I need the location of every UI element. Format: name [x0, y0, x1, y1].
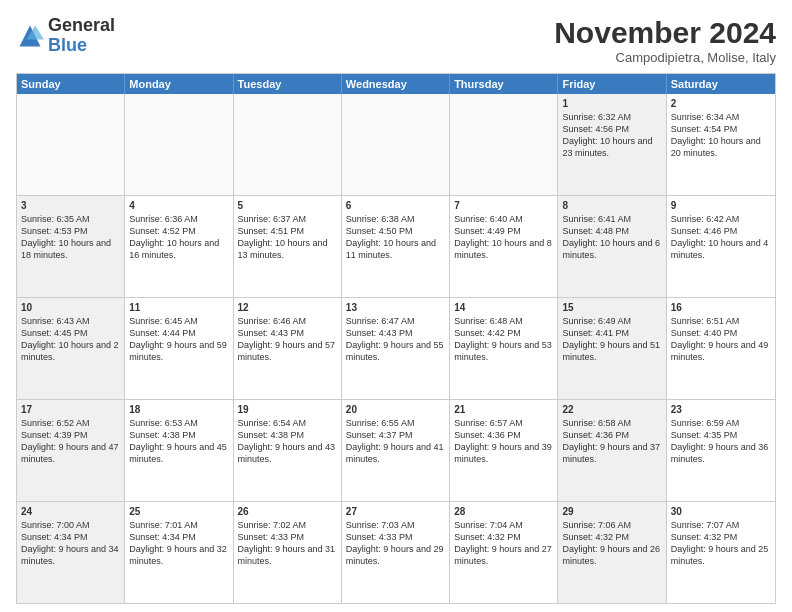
cell-info: Sunrise: 7:07 AM Sunset: 4:32 PM Dayligh…	[671, 519, 771, 568]
day-number: 3	[21, 199, 120, 212]
day-number: 1	[562, 97, 661, 110]
calendar-cell: 11Sunrise: 6:45 AM Sunset: 4:44 PM Dayli…	[125, 298, 233, 399]
cell-info: Sunrise: 6:57 AM Sunset: 4:36 PM Dayligh…	[454, 417, 553, 466]
calendar-cell: 12Sunrise: 6:46 AM Sunset: 4:43 PM Dayli…	[234, 298, 342, 399]
day-number: 27	[346, 505, 445, 518]
header-cell-thursday: Thursday	[450, 74, 558, 94]
day-number: 9	[671, 199, 771, 212]
day-number: 12	[238, 301, 337, 314]
cell-info: Sunrise: 6:48 AM Sunset: 4:42 PM Dayligh…	[454, 315, 553, 364]
logo: General Blue	[16, 16, 115, 56]
calendar-cell: 4Sunrise: 6:36 AM Sunset: 4:52 PM Daylig…	[125, 196, 233, 297]
cell-info: Sunrise: 7:03 AM Sunset: 4:33 PM Dayligh…	[346, 519, 445, 568]
calendar-cell: 30Sunrise: 7:07 AM Sunset: 4:32 PM Dayli…	[667, 502, 775, 603]
cell-info: Sunrise: 6:59 AM Sunset: 4:35 PM Dayligh…	[671, 417, 771, 466]
calendar-cell	[450, 94, 558, 195]
cell-info: Sunrise: 6:35 AM Sunset: 4:53 PM Dayligh…	[21, 213, 120, 262]
calendar-row: 3Sunrise: 6:35 AM Sunset: 4:53 PM Daylig…	[17, 195, 775, 297]
header-cell-saturday: Saturday	[667, 74, 775, 94]
day-number: 4	[129, 199, 228, 212]
calendar: SundayMondayTuesdayWednesdayThursdayFrid…	[16, 73, 776, 604]
header-cell-sunday: Sunday	[17, 74, 125, 94]
cell-info: Sunrise: 6:49 AM Sunset: 4:41 PM Dayligh…	[562, 315, 661, 364]
day-number: 21	[454, 403, 553, 416]
day-number: 17	[21, 403, 120, 416]
calendar-row: 1Sunrise: 6:32 AM Sunset: 4:56 PM Daylig…	[17, 94, 775, 195]
day-number: 8	[562, 199, 661, 212]
cell-info: Sunrise: 6:45 AM Sunset: 4:44 PM Dayligh…	[129, 315, 228, 364]
logo-general: General	[48, 15, 115, 35]
header-cell-wednesday: Wednesday	[342, 74, 450, 94]
day-number: 20	[346, 403, 445, 416]
cell-info: Sunrise: 7:01 AM Sunset: 4:34 PM Dayligh…	[129, 519, 228, 568]
calendar-cell: 20Sunrise: 6:55 AM Sunset: 4:37 PM Dayli…	[342, 400, 450, 501]
day-number: 16	[671, 301, 771, 314]
cell-info: Sunrise: 6:40 AM Sunset: 4:49 PM Dayligh…	[454, 213, 553, 262]
day-number: 7	[454, 199, 553, 212]
day-number: 10	[21, 301, 120, 314]
logo-blue: Blue	[48, 35, 87, 55]
calendar-cell: 5Sunrise: 6:37 AM Sunset: 4:51 PM Daylig…	[234, 196, 342, 297]
calendar-cell: 21Sunrise: 6:57 AM Sunset: 4:36 PM Dayli…	[450, 400, 558, 501]
cell-info: Sunrise: 6:36 AM Sunset: 4:52 PM Dayligh…	[129, 213, 228, 262]
day-number: 14	[454, 301, 553, 314]
calendar-cell: 17Sunrise: 6:52 AM Sunset: 4:39 PM Dayli…	[17, 400, 125, 501]
calendar-cell: 28Sunrise: 7:04 AM Sunset: 4:32 PM Dayli…	[450, 502, 558, 603]
cell-info: Sunrise: 6:43 AM Sunset: 4:45 PM Dayligh…	[21, 315, 120, 364]
calendar-cell: 3Sunrise: 6:35 AM Sunset: 4:53 PM Daylig…	[17, 196, 125, 297]
calendar-cell	[234, 94, 342, 195]
cell-info: Sunrise: 6:53 AM Sunset: 4:38 PM Dayligh…	[129, 417, 228, 466]
calendar-cell	[342, 94, 450, 195]
calendar-cell: 23Sunrise: 6:59 AM Sunset: 4:35 PM Dayli…	[667, 400, 775, 501]
calendar-cell: 26Sunrise: 7:02 AM Sunset: 4:33 PM Dayli…	[234, 502, 342, 603]
calendar-cell: 18Sunrise: 6:53 AM Sunset: 4:38 PM Dayli…	[125, 400, 233, 501]
page: General Blue November 2024 Campodipietra…	[0, 0, 792, 612]
calendar-cell: 29Sunrise: 7:06 AM Sunset: 4:32 PM Dayli…	[558, 502, 666, 603]
header-cell-monday: Monday	[125, 74, 233, 94]
calendar-cell: 25Sunrise: 7:01 AM Sunset: 4:34 PM Dayli…	[125, 502, 233, 603]
day-number: 6	[346, 199, 445, 212]
calendar-cell: 8Sunrise: 6:41 AM Sunset: 4:48 PM Daylig…	[558, 196, 666, 297]
day-number: 22	[562, 403, 661, 416]
calendar-cell: 14Sunrise: 6:48 AM Sunset: 4:42 PM Dayli…	[450, 298, 558, 399]
calendar-header: SundayMondayTuesdayWednesdayThursdayFrid…	[17, 74, 775, 94]
day-number: 30	[671, 505, 771, 518]
cell-info: Sunrise: 6:55 AM Sunset: 4:37 PM Dayligh…	[346, 417, 445, 466]
day-number: 29	[562, 505, 661, 518]
calendar-cell: 15Sunrise: 6:49 AM Sunset: 4:41 PM Dayli…	[558, 298, 666, 399]
calendar-cell: 6Sunrise: 6:38 AM Sunset: 4:50 PM Daylig…	[342, 196, 450, 297]
header: General Blue November 2024 Campodipietra…	[16, 16, 776, 65]
cell-info: Sunrise: 6:46 AM Sunset: 4:43 PM Dayligh…	[238, 315, 337, 364]
header-cell-tuesday: Tuesday	[234, 74, 342, 94]
day-number: 15	[562, 301, 661, 314]
calendar-cell: 1Sunrise: 6:32 AM Sunset: 4:56 PM Daylig…	[558, 94, 666, 195]
day-number: 11	[129, 301, 228, 314]
location: Campodipietra, Molise, Italy	[554, 50, 776, 65]
cell-info: Sunrise: 6:37 AM Sunset: 4:51 PM Dayligh…	[238, 213, 337, 262]
day-number: 25	[129, 505, 228, 518]
title-block: November 2024 Campodipietra, Molise, Ita…	[554, 16, 776, 65]
cell-info: Sunrise: 6:47 AM Sunset: 4:43 PM Dayligh…	[346, 315, 445, 364]
calendar-row: 24Sunrise: 7:00 AM Sunset: 4:34 PM Dayli…	[17, 501, 775, 603]
day-number: 13	[346, 301, 445, 314]
cell-info: Sunrise: 6:38 AM Sunset: 4:50 PM Dayligh…	[346, 213, 445, 262]
cell-info: Sunrise: 7:06 AM Sunset: 4:32 PM Dayligh…	[562, 519, 661, 568]
logo-text: General Blue	[48, 16, 115, 56]
calendar-row: 10Sunrise: 6:43 AM Sunset: 4:45 PM Dayli…	[17, 297, 775, 399]
calendar-cell: 22Sunrise: 6:58 AM Sunset: 4:36 PM Dayli…	[558, 400, 666, 501]
calendar-cell	[125, 94, 233, 195]
cell-info: Sunrise: 6:42 AM Sunset: 4:46 PM Dayligh…	[671, 213, 771, 262]
calendar-cell: 16Sunrise: 6:51 AM Sunset: 4:40 PM Dayli…	[667, 298, 775, 399]
day-number: 28	[454, 505, 553, 518]
day-number: 5	[238, 199, 337, 212]
day-number: 26	[238, 505, 337, 518]
logo-icon	[16, 22, 44, 50]
calendar-cell: 2Sunrise: 6:34 AM Sunset: 4:54 PM Daylig…	[667, 94, 775, 195]
calendar-cell: 9Sunrise: 6:42 AM Sunset: 4:46 PM Daylig…	[667, 196, 775, 297]
day-number: 23	[671, 403, 771, 416]
cell-info: Sunrise: 6:51 AM Sunset: 4:40 PM Dayligh…	[671, 315, 771, 364]
calendar-cell	[17, 94, 125, 195]
month-title: November 2024	[554, 16, 776, 50]
day-number: 18	[129, 403, 228, 416]
cell-info: Sunrise: 7:00 AM Sunset: 4:34 PM Dayligh…	[21, 519, 120, 568]
